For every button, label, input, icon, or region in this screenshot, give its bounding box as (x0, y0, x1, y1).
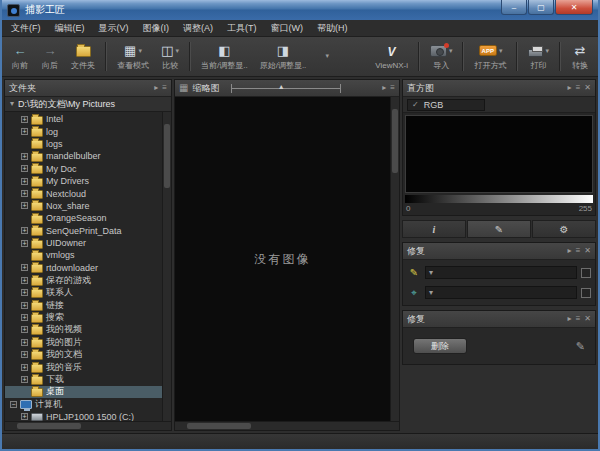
clone-enable-checkbox[interactable] (581, 288, 591, 298)
brush-options-dropdown[interactable]: ▾ (425, 266, 577, 279)
tab-info[interactable]: i (402, 220, 466, 238)
expand-toggle-icon[interactable]: + (21, 289, 28, 296)
panel-menu-icon[interactable]: ≡ (576, 84, 581, 92)
current-adjust-button[interactable]: ◧ 当前/调整显.. (196, 39, 253, 74)
expand-toggle-icon[interactable]: + (21, 178, 28, 185)
folders-horizontal-scrollbar[interactable] (5, 421, 171, 430)
minimize-button[interactable]: – (501, 0, 527, 15)
tab-tools[interactable]: ⚙ (532, 220, 596, 238)
tree-item-folder[interactable]: +我的视频 (5, 324, 162, 336)
display-options-dropdown[interactable]: ▾ (313, 39, 341, 74)
folders-vertical-scrollbar[interactable] (162, 112, 171, 421)
menu-edit[interactable]: 编辑(E) (48, 20, 92, 36)
folder-button[interactable]: 文件夹 (66, 39, 100, 74)
tree-item-folder[interactable]: +联系人 (5, 286, 162, 298)
tree-item-folder[interactable]: +我的图片 (5, 336, 162, 348)
compare-button[interactable]: ◫ ▾ 比较 (156, 39, 184, 74)
expand-toggle-icon[interactable]: + (21, 264, 28, 271)
tree-item-folder[interactable]: +链接 (5, 299, 162, 311)
close-button[interactable]: ✕ (555, 0, 593, 15)
tree-item-folder[interactable]: +UIDowner (5, 237, 162, 249)
menu-file[interactable]: 文件(F) (4, 20, 48, 36)
tree-item-folder[interactable]: +SenQuePrint_Data (5, 225, 162, 237)
thumbnail-size-slider[interactable]: ▲ (231, 84, 341, 93)
title-bar[interactable]: 捕影工匠 – ▢ ✕ (2, 0, 598, 20)
forward-button[interactable]: → 向后 (36, 39, 64, 74)
tree-item-folder[interactable]: +My Doc (5, 163, 162, 175)
close-icon[interactable]: ✕ (584, 315, 591, 323)
expand-toggle-icon[interactable]: + (21, 128, 28, 135)
expand-toggle-icon[interactable]: + (21, 413, 28, 420)
expand-toggle-icon[interactable]: + (21, 326, 28, 333)
panel-menu-icon[interactable]: ≡ (162, 84, 167, 92)
expand-toggle-icon[interactable]: + (21, 364, 28, 371)
expand-toggle-icon[interactable]: + (21, 314, 28, 321)
tree-item-folder[interactable]: 桌面 (5, 386, 162, 398)
folder-path-selector[interactable]: ▾ D:\我的文档\My Pictures (5, 97, 171, 112)
chevron-right-icon[interactable]: ▸ (568, 247, 572, 255)
tree-item-folder[interactable]: +保存的游戏 (5, 274, 162, 286)
menu-window[interactable]: 窗口(W) (264, 20, 311, 36)
brush-enable-checkbox[interactable] (581, 268, 591, 278)
chevron-right-icon[interactable]: ▸ (154, 84, 158, 92)
back-button[interactable]: ← 向前 (6, 39, 34, 74)
convert-button[interactable]: ⇄ 转换 (566, 39, 594, 74)
tree-item-folder[interactable]: +log (5, 125, 162, 137)
print-button[interactable]: ▾ 打印 (523, 39, 554, 74)
scrollbar-thumb[interactable] (187, 423, 251, 429)
menu-tools[interactable]: 工具(T) (220, 20, 264, 36)
menu-view[interactable]: 显示(V) (92, 20, 136, 36)
chevron-right-icon[interactable]: ▸ (382, 84, 386, 92)
tree-item-folder[interactable]: vmlogs (5, 249, 162, 261)
original-adjust-button[interactable]: ◨ 原始/调整显.. (255, 39, 312, 74)
thumbnail-horizontal-scrollbar[interactable] (175, 421, 399, 430)
expand-toggle-icon[interactable]: − (10, 401, 17, 408)
chevron-right-icon[interactable]: ▸ (568, 84, 572, 92)
expand-toggle-icon[interactable]: + (21, 227, 28, 234)
tree-item-folder[interactable]: logs (5, 138, 162, 150)
channel-select[interactable]: ✓ RGB (407, 99, 485, 111)
maximize-button[interactable]: ▢ (528, 0, 554, 15)
expand-toggle-icon[interactable]: + (21, 240, 28, 247)
close-icon[interactable]: ✕ (584, 247, 591, 255)
clone-tool-icon[interactable]: ⌖ (407, 288, 421, 298)
expand-toggle-icon[interactable]: + (21, 165, 28, 172)
expand-toggle-icon[interactable]: + (21, 190, 28, 197)
menu-image[interactable]: 图像(I) (136, 20, 177, 36)
tree-item-folder[interactable]: +mandelbulber (5, 150, 162, 162)
tree-item-folder[interactable]: +我的音乐 (5, 361, 162, 373)
expand-toggle-icon[interactable]: + (21, 153, 28, 160)
panel-menu-icon[interactable]: ≡ (576, 315, 581, 323)
tree-item-folder[interactable]: +Nextcloud (5, 187, 162, 199)
scrollbar-thumb[interactable] (17, 423, 81, 429)
close-icon[interactable]: ✕ (584, 84, 591, 92)
tree-item-folder[interactable]: +我的文档 (5, 348, 162, 360)
scrollbar-thumb[interactable] (392, 109, 398, 173)
expand-toggle-icon[interactable]: + (21, 116, 28, 123)
tree-item-folder[interactable]: +Intel (5, 113, 162, 125)
tree-item-drive[interactable]: +HPLJP1000 1500 (C:) (5, 410, 162, 421)
expand-toggle-icon[interactable]: + (21, 376, 28, 383)
chevron-right-icon[interactable]: ▸ (568, 315, 572, 323)
expand-toggle-icon[interactable]: + (21, 339, 28, 346)
tree-item-folder[interactable]: OrangeSeason (5, 212, 162, 224)
viewnx-button[interactable]: V ViewNX-i (370, 39, 413, 74)
view-mode-button[interactable]: ▦ ▾ 查看模式 (112, 39, 154, 74)
panel-menu-icon[interactable]: ≡ (576, 247, 581, 255)
expand-toggle-icon[interactable]: + (21, 277, 28, 284)
menu-help[interactable]: 帮助(H) (310, 20, 355, 36)
thumbnail-vertical-scrollbar[interactable] (390, 97, 399, 421)
expand-toggle-icon[interactable]: + (21, 351, 28, 358)
retouch-brush-icon[interactable]: ✎ (576, 340, 585, 353)
expand-toggle-icon[interactable]: + (21, 302, 28, 309)
import-button[interactable]: ▾ 导入 (425, 39, 458, 74)
brush-tool-icon[interactable]: ✎ (407, 268, 421, 278)
expand-toggle-icon[interactable]: + (21, 202, 28, 209)
tab-edit[interactable]: ✎ (467, 220, 531, 238)
open-with-button[interactable]: APP ▾ 打开方式 (469, 39, 511, 74)
tree-item-computer[interactable]: −计算机 (5, 398, 162, 410)
slider-handle[interactable]: ▲ (278, 83, 285, 90)
tree-item-folder[interactable]: +Nox_share (5, 200, 162, 212)
menu-adjust[interactable]: 调整(A) (176, 20, 220, 36)
delete-button[interactable]: 删除 (413, 338, 467, 354)
